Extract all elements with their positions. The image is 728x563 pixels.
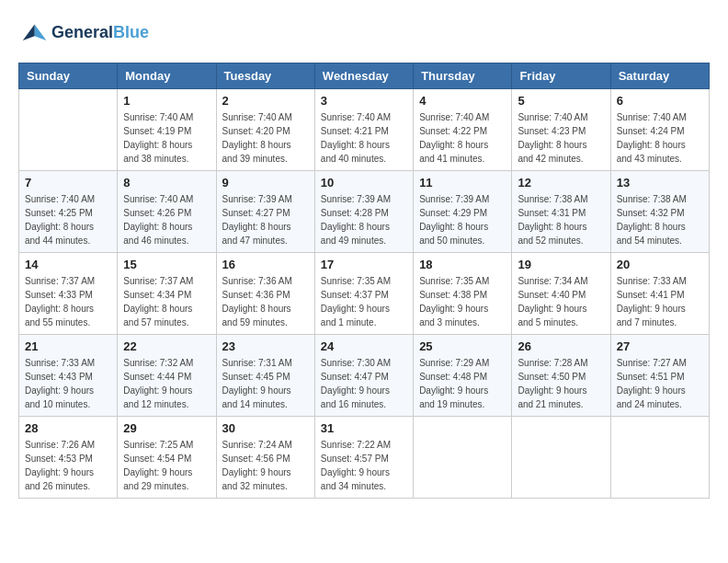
day-number: 13 bbox=[617, 176, 703, 190]
day-info: Sunrise: 7:24 AM Sunset: 4:56 PM Dayligh… bbox=[222, 438, 309, 493]
day-info: Sunrise: 7:40 AM Sunset: 4:19 PM Dayligh… bbox=[123, 110, 210, 166]
day-info: Sunrise: 7:40 AM Sunset: 4:25 PM Dayligh… bbox=[25, 192, 111, 247]
sunrise-text: Sunrise: 7:36 AM bbox=[222, 274, 309, 288]
day-info: Sunrise: 7:35 AM Sunset: 4:38 PM Dayligh… bbox=[419, 274, 506, 329]
sunrise-text: Sunrise: 7:32 AM bbox=[123, 356, 210, 370]
weekday-header: Friday bbox=[512, 63, 610, 89]
day-info: Sunrise: 7:38 AM Sunset: 4:31 PM Dayligh… bbox=[518, 192, 604, 247]
sunset-text: Sunset: 4:29 PM bbox=[419, 206, 506, 220]
sunrise-text: Sunrise: 7:40 AM bbox=[123, 192, 210, 206]
calendar-day-cell: 16 Sunrise: 7:36 AM Sunset: 4:36 PM Dayl… bbox=[216, 253, 314, 335]
sunset-text: Sunset: 4:26 PM bbox=[123, 206, 210, 220]
sunrise-text: Sunrise: 7:40 AM bbox=[123, 110, 210, 124]
sunrise-text: Sunrise: 7:28 AM bbox=[518, 356, 604, 370]
sunset-text: Sunset: 4:24 PM bbox=[617, 124, 703, 138]
sunrise-text: Sunrise: 7:40 AM bbox=[25, 192, 111, 206]
day-number: 29 bbox=[123, 421, 210, 435]
daylight-text: Daylight: 9 hours and 1 minute. bbox=[321, 302, 407, 329]
daylight-text: Daylight: 9 hours and 29 minutes. bbox=[123, 465, 210, 493]
day-info: Sunrise: 7:40 AM Sunset: 4:23 PM Dayligh… bbox=[518, 110, 604, 166]
calendar-day-cell: 17 Sunrise: 7:35 AM Sunset: 4:37 PM Dayl… bbox=[314, 253, 413, 335]
daylight-text: Daylight: 8 hours and 43 minutes. bbox=[617, 138, 703, 166]
day-number: 12 bbox=[518, 176, 604, 190]
sunrise-text: Sunrise: 7:24 AM bbox=[222, 438, 309, 452]
calendar-week-row: 21 Sunrise: 7:33 AM Sunset: 4:43 PM Dayl… bbox=[19, 335, 710, 417]
daylight-text: Daylight: 8 hours and 39 minutes. bbox=[222, 138, 309, 166]
calendar-day-cell: 3 Sunrise: 7:40 AM Sunset: 4:21 PM Dayli… bbox=[314, 89, 413, 171]
calendar-week-row: 14 Sunrise: 7:37 AM Sunset: 4:33 PM Dayl… bbox=[19, 253, 710, 335]
daylight-text: Daylight: 9 hours and 21 minutes. bbox=[518, 384, 604, 411]
day-info: Sunrise: 7:38 AM Sunset: 4:32 PM Dayligh… bbox=[617, 192, 703, 247]
calendar-day-cell: 26 Sunrise: 7:28 AM Sunset: 4:50 PM Dayl… bbox=[512, 335, 610, 417]
day-number: 3 bbox=[321, 94, 407, 108]
day-number: 27 bbox=[617, 339, 703, 353]
day-number: 19 bbox=[518, 258, 604, 271]
day-number: 7 bbox=[25, 176, 111, 190]
sunrise-text: Sunrise: 7:35 AM bbox=[321, 274, 407, 288]
svg-marker-0 bbox=[35, 24, 47, 40]
day-number: 22 bbox=[123, 339, 210, 353]
sunrise-text: Sunrise: 7:40 AM bbox=[222, 110, 309, 124]
daylight-text: Daylight: 9 hours and 5 minutes. bbox=[518, 302, 604, 329]
calendar-day-cell: 11 Sunrise: 7:39 AM Sunset: 4:29 PM Dayl… bbox=[414, 171, 512, 253]
daylight-text: Daylight: 8 hours and 44 minutes. bbox=[25, 220, 111, 247]
day-info: Sunrise: 7:40 AM Sunset: 4:20 PM Dayligh… bbox=[222, 110, 309, 166]
svg-marker-1 bbox=[23, 24, 35, 40]
calendar-day-cell: 8 Sunrise: 7:40 AM Sunset: 4:26 PM Dayli… bbox=[118, 171, 216, 253]
calendar-day-cell: 14 Sunrise: 7:37 AM Sunset: 4:33 PM Dayl… bbox=[19, 253, 118, 335]
daylight-text: Daylight: 8 hours and 54 minutes. bbox=[617, 220, 703, 247]
day-number: 26 bbox=[518, 339, 604, 353]
day-number: 14 bbox=[25, 258, 111, 271]
sunset-text: Sunset: 4:48 PM bbox=[419, 370, 506, 384]
daylight-text: Daylight: 9 hours and 19 minutes. bbox=[419, 384, 506, 411]
calendar-day-cell: 21 Sunrise: 7:33 AM Sunset: 4:43 PM Dayl… bbox=[19, 335, 118, 417]
day-info: Sunrise: 7:30 AM Sunset: 4:47 PM Dayligh… bbox=[321, 356, 407, 411]
calendar-day-cell: 12 Sunrise: 7:38 AM Sunset: 4:31 PM Dayl… bbox=[512, 171, 610, 253]
day-number: 6 bbox=[617, 94, 703, 108]
sunset-text: Sunset: 4:47 PM bbox=[321, 370, 407, 384]
daylight-text: Daylight: 8 hours and 46 minutes. bbox=[123, 220, 210, 247]
calendar-day-cell: 27 Sunrise: 7:27 AM Sunset: 4:51 PM Dayl… bbox=[610, 335, 709, 417]
day-number: 15 bbox=[123, 258, 210, 271]
calendar-day-cell: 13 Sunrise: 7:38 AM Sunset: 4:32 PM Dayl… bbox=[610, 171, 709, 253]
sunrise-text: Sunrise: 7:39 AM bbox=[321, 192, 407, 206]
day-info: Sunrise: 7:28 AM Sunset: 4:50 PM Dayligh… bbox=[518, 356, 604, 411]
calendar-day-cell: 29 Sunrise: 7:25 AM Sunset: 4:54 PM Dayl… bbox=[118, 417, 216, 499]
sunrise-text: Sunrise: 7:40 AM bbox=[617, 110, 703, 124]
sunrise-text: Sunrise: 7:38 AM bbox=[518, 192, 604, 206]
day-info: Sunrise: 7:40 AM Sunset: 4:22 PM Dayligh… bbox=[419, 110, 506, 166]
daylight-text: Daylight: 8 hours and 40 minutes. bbox=[321, 138, 407, 166]
sunset-text: Sunset: 4:27 PM bbox=[222, 206, 309, 220]
day-number: 5 bbox=[518, 94, 604, 108]
calendar-day-cell bbox=[414, 417, 512, 499]
weekday-header: Thursday bbox=[414, 63, 512, 89]
logo-text: GeneralBlue bbox=[51, 24, 149, 42]
day-info: Sunrise: 7:40 AM Sunset: 4:26 PM Dayligh… bbox=[123, 192, 210, 247]
sunrise-text: Sunrise: 7:29 AM bbox=[419, 356, 506, 370]
sunset-text: Sunset: 4:45 PM bbox=[222, 370, 309, 384]
calendar-day-cell: 22 Sunrise: 7:32 AM Sunset: 4:44 PM Dayl… bbox=[118, 335, 216, 417]
day-info: Sunrise: 7:26 AM Sunset: 4:53 PM Dayligh… bbox=[25, 438, 111, 493]
day-number: 4 bbox=[419, 94, 506, 108]
daylight-text: Daylight: 8 hours and 57 minutes. bbox=[123, 302, 210, 329]
calendar-day-cell: 6 Sunrise: 7:40 AM Sunset: 4:24 PM Dayli… bbox=[610, 89, 709, 171]
day-number: 1 bbox=[123, 94, 210, 108]
calendar-day-cell bbox=[19, 89, 118, 171]
sunrise-text: Sunrise: 7:33 AM bbox=[617, 274, 703, 288]
day-number: 23 bbox=[222, 339, 309, 353]
calendar-day-cell bbox=[512, 417, 610, 499]
daylight-text: Daylight: 8 hours and 47 minutes. bbox=[222, 220, 309, 247]
day-number: 28 bbox=[25, 421, 111, 435]
day-number: 8 bbox=[123, 176, 210, 190]
day-number: 30 bbox=[222, 421, 309, 435]
calendar-day-cell: 20 Sunrise: 7:33 AM Sunset: 4:41 PM Dayl… bbox=[610, 253, 709, 335]
day-info: Sunrise: 7:39 AM Sunset: 4:27 PM Dayligh… bbox=[222, 192, 309, 247]
calendar-day-cell: 18 Sunrise: 7:35 AM Sunset: 4:38 PM Dayl… bbox=[414, 253, 512, 335]
calendar-header-row: SundayMondayTuesdayWednesdayThursdayFrid… bbox=[19, 63, 710, 89]
sunset-text: Sunset: 4:37 PM bbox=[321, 288, 407, 302]
logo-icon bbox=[18, 18, 48, 48]
calendar-day-cell: 24 Sunrise: 7:30 AM Sunset: 4:47 PM Dayl… bbox=[314, 335, 413, 417]
sunrise-text: Sunrise: 7:35 AM bbox=[419, 274, 506, 288]
day-number: 2 bbox=[222, 94, 309, 108]
sunrise-text: Sunrise: 7:40 AM bbox=[518, 110, 604, 124]
